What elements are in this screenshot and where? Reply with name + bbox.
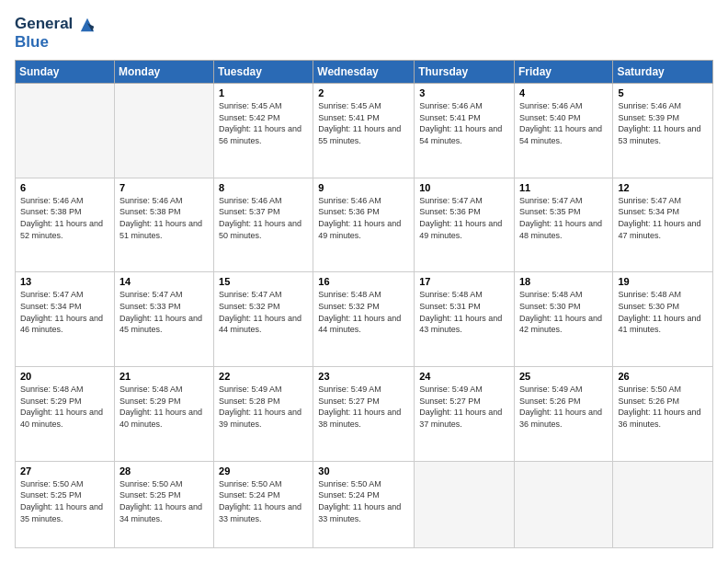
logo-line2: Blue [15,33,96,52]
calendar-cell: 7Sunrise: 5:46 AM Sunset: 5:38 PM Daylig… [114,178,213,272]
cell-info: Sunrise: 5:45 AM Sunset: 5:42 PM Dayligh… [219,100,308,146]
cell-info: Sunrise: 5:47 AM Sunset: 5:34 PM Dayligh… [20,289,109,335]
calendar-cell: 15Sunrise: 5:47 AM Sunset: 5:32 PM Dayli… [214,272,313,367]
cell-info: Sunrise: 5:47 AM Sunset: 5:35 PM Dayligh… [519,195,608,241]
cell-info: Sunrise: 5:50 AM Sunset: 5:24 PM Dayligh… [219,478,308,524]
day-number: 30 [318,465,409,477]
calendar-week-row: 27Sunrise: 5:50 AM Sunset: 5:25 PM Dayli… [16,461,713,547]
calendar-cell: 1Sunrise: 5:45 AM Sunset: 5:42 PM Daylig… [214,84,313,178]
header: General Blue [15,15,713,51]
weekday-header: Friday [514,61,612,84]
calendar-cell: 18Sunrise: 5:48 AM Sunset: 5:30 PM Dayli… [514,272,612,367]
day-number: 29 [219,465,308,477]
weekday-header: Sunday [16,61,115,84]
weekday-header: Monday [114,61,213,84]
calendar-week-row: 6Sunrise: 5:46 AM Sunset: 5:38 PM Daylig… [16,178,713,272]
day-number: 18 [519,276,608,287]
cell-info: Sunrise: 5:46 AM Sunset: 5:37 PM Dayligh… [219,195,308,241]
calendar-cell: 16Sunrise: 5:48 AM Sunset: 5:32 PM Dayli… [313,272,415,367]
cell-info: Sunrise: 5:46 AM Sunset: 5:41 PM Dayligh… [419,100,509,146]
cell-info: Sunrise: 5:48 AM Sunset: 5:29 PM Dayligh… [20,384,109,430]
day-number: 8 [219,182,308,193]
logo: General Blue [15,15,96,51]
calendar-cell: 30Sunrise: 5:50 AM Sunset: 5:24 PM Dayli… [313,461,415,547]
day-number: 28 [119,465,209,477]
calendar-week-row: 13Sunrise: 5:47 AM Sunset: 5:34 PM Dayli… [16,272,713,367]
calendar-cell [613,461,713,547]
cell-info: Sunrise: 5:49 AM Sunset: 5:26 PM Dayligh… [519,384,608,430]
cell-info: Sunrise: 5:47 AM Sunset: 5:34 PM Dayligh… [618,195,708,241]
day-number: 12 [618,182,708,193]
calendar-cell: 12Sunrise: 5:47 AM Sunset: 5:34 PM Dayli… [613,178,713,272]
day-number: 19 [618,276,708,287]
calendar-cell: 8Sunrise: 5:46 AM Sunset: 5:37 PM Daylig… [214,178,313,272]
calendar-header-row: SundayMondayTuesdayWednesdayThursdayFrid… [16,61,713,84]
cell-info: Sunrise: 5:47 AM Sunset: 5:36 PM Dayligh… [419,195,509,241]
cell-info: Sunrise: 5:50 AM Sunset: 5:25 PM Dayligh… [119,478,209,524]
calendar-cell: 23Sunrise: 5:49 AM Sunset: 5:27 PM Dayli… [313,367,415,462]
calendar-cell: 22Sunrise: 5:49 AM Sunset: 5:28 PM Dayli… [214,367,313,462]
page: General Blue SundayMondayTuesdayWednesda… [0,0,728,563]
calendar-cell: 10Sunrise: 5:47 AM Sunset: 5:36 PM Dayli… [415,178,515,272]
logo-line1: General [15,15,96,33]
day-number: 17 [419,276,509,287]
day-number: 20 [20,371,109,382]
calendar-table: SundayMondayTuesdayWednesdayThursdayFrid… [15,60,713,548]
day-number: 24 [419,371,509,382]
weekday-header: Tuesday [214,61,313,84]
calendar-cell [16,84,115,178]
day-number: 11 [519,182,608,193]
day-number: 14 [119,276,209,287]
cell-info: Sunrise: 5:46 AM Sunset: 5:38 PM Dayligh… [20,195,109,241]
cell-info: Sunrise: 5:48 AM Sunset: 5:30 PM Dayligh… [519,289,608,335]
day-number: 7 [119,182,209,193]
day-number: 5 [618,87,708,98]
calendar-cell: 17Sunrise: 5:48 AM Sunset: 5:31 PM Dayli… [415,272,515,367]
day-number: 27 [20,465,109,477]
day-number: 25 [519,371,608,382]
cell-info: Sunrise: 5:46 AM Sunset: 5:36 PM Dayligh… [318,195,409,241]
calendar-cell: 27Sunrise: 5:50 AM Sunset: 5:25 PM Dayli… [16,461,115,547]
day-number: 13 [20,276,109,287]
cell-info: Sunrise: 5:50 AM Sunset: 5:26 PM Dayligh… [618,384,708,430]
logo-icon [79,17,96,33]
calendar-cell: 6Sunrise: 5:46 AM Sunset: 5:38 PM Daylig… [16,178,115,272]
cell-info: Sunrise: 5:46 AM Sunset: 5:40 PM Dayligh… [519,100,608,146]
calendar-cell [114,84,213,178]
cell-info: Sunrise: 5:46 AM Sunset: 5:39 PM Dayligh… [618,100,708,146]
calendar-cell: 3Sunrise: 5:46 AM Sunset: 5:41 PM Daylig… [415,84,515,178]
calendar-cell: 13Sunrise: 5:47 AM Sunset: 5:34 PM Dayli… [16,272,115,367]
cell-info: Sunrise: 5:48 AM Sunset: 5:29 PM Dayligh… [119,384,209,430]
calendar-cell: 24Sunrise: 5:49 AM Sunset: 5:27 PM Dayli… [415,367,515,462]
cell-info: Sunrise: 5:48 AM Sunset: 5:30 PM Dayligh… [618,289,708,335]
cell-info: Sunrise: 5:49 AM Sunset: 5:27 PM Dayligh… [318,384,409,430]
day-number: 21 [119,371,209,382]
calendar-cell [514,461,612,547]
cell-info: Sunrise: 5:48 AM Sunset: 5:32 PM Dayligh… [318,289,409,335]
day-number: 2 [318,87,409,98]
cell-info: Sunrise: 5:49 AM Sunset: 5:27 PM Dayligh… [419,384,509,430]
day-number: 1 [219,87,308,98]
calendar-cell: 20Sunrise: 5:48 AM Sunset: 5:29 PM Dayli… [16,367,115,462]
day-number: 9 [318,182,409,193]
day-number: 6 [20,182,109,193]
calendar-cell: 25Sunrise: 5:49 AM Sunset: 5:26 PM Dayli… [514,367,612,462]
day-number: 10 [419,182,509,193]
calendar-week-row: 20Sunrise: 5:48 AM Sunset: 5:29 PM Dayli… [16,367,713,462]
calendar-cell: 5Sunrise: 5:46 AM Sunset: 5:39 PM Daylig… [613,84,713,178]
calendar-week-row: 1Sunrise: 5:45 AM Sunset: 5:42 PM Daylig… [16,84,713,178]
calendar-cell: 19Sunrise: 5:48 AM Sunset: 5:30 PM Dayli… [613,272,713,367]
cell-info: Sunrise: 5:50 AM Sunset: 5:24 PM Dayligh… [318,478,409,524]
calendar-cell: 26Sunrise: 5:50 AM Sunset: 5:26 PM Dayli… [613,367,713,462]
calendar-cell: 9Sunrise: 5:46 AM Sunset: 5:36 PM Daylig… [313,178,415,272]
cell-info: Sunrise: 5:47 AM Sunset: 5:32 PM Dayligh… [219,289,308,335]
calendar-cell [415,461,515,547]
calendar-cell: 2Sunrise: 5:45 AM Sunset: 5:41 PM Daylig… [313,84,415,178]
cell-info: Sunrise: 5:48 AM Sunset: 5:31 PM Dayligh… [419,289,509,335]
day-number: 3 [419,87,509,98]
cell-info: Sunrise: 5:49 AM Sunset: 5:28 PM Dayligh… [219,384,308,430]
calendar-cell: 21Sunrise: 5:48 AM Sunset: 5:29 PM Dayli… [114,367,213,462]
cell-info: Sunrise: 5:45 AM Sunset: 5:41 PM Dayligh… [318,100,409,146]
day-number: 16 [318,276,409,287]
day-number: 22 [219,371,308,382]
